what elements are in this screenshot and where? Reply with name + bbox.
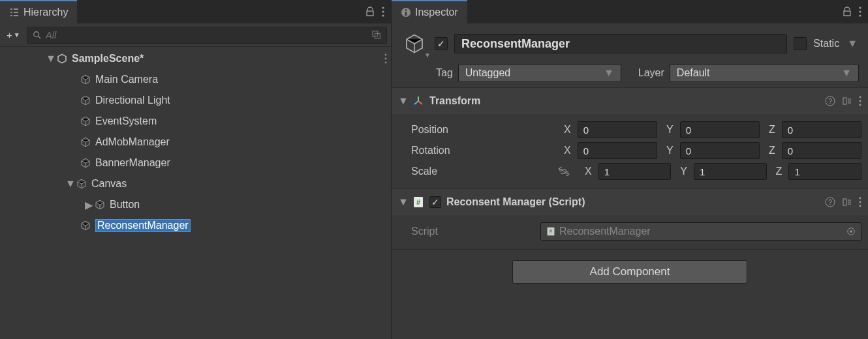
scale-y-input[interactable] — [694, 163, 767, 180]
kebab-icon[interactable] — [384, 53, 387, 64]
gameobject-cube-icon — [80, 157, 91, 169]
rotation-z-input[interactable] — [782, 142, 861, 159]
add-component-button[interactable]: Add Component — [512, 260, 747, 284]
hierarchy-search[interactable] — [27, 27, 387, 44]
gameobject-cube-icon — [80, 220, 91, 231]
rotation-label: Rotation — [398, 145, 555, 156]
hierarchy-toolbar: + ▼ — [0, 23, 391, 47]
expand-arrow-icon[interactable]: ▼ — [65, 178, 76, 190]
position-x-input[interactable] — [578, 121, 657, 138]
kebab-icon[interactable] — [382, 7, 384, 17]
inspector-tab[interactable]: Inspector — [392, 0, 467, 23]
scale-z-input[interactable] — [788, 163, 861, 180]
position-y-input[interactable] — [680, 121, 760, 138]
svg-point-0 — [382, 7, 384, 8]
expand-arrow-icon[interactable]: ▶ — [84, 199, 94, 211]
x-label: X — [578, 166, 596, 177]
inspector-header: ▼ ✓ Static ▼ Tag Untagged ▼ Layer Defaul… — [392, 23, 868, 88]
gameobject-cube-icon — [80, 95, 91, 106]
svg-point-19 — [860, 100, 861, 102]
tree-item-label: Canvas — [91, 178, 127, 190]
search-icon — [33, 31, 42, 40]
transform-icon — [412, 95, 424, 107]
scene-row[interactable]: ▼ SampleScene* — [0, 48, 391, 69]
rotation-y-input[interactable] — [680, 142, 760, 159]
tree-item-admobmanager[interactable]: AdMobManager — [0, 132, 391, 153]
svg-point-8 — [385, 62, 387, 64]
transform-component: ▼ Transform ? Position X Y Z — [392, 88, 868, 189]
svg-point-1 — [382, 10, 384, 12]
hierarchy-icon — [9, 7, 20, 18]
tree-item-label[interactable]: ReconsentManager — [95, 219, 191, 232]
scale-x-input[interactable] — [598, 163, 672, 180]
svg-point-28 — [860, 205, 861, 207]
create-button[interactable]: + ▼ — [4, 29, 23, 40]
svg-rect-25 — [843, 199, 846, 205]
help-icon[interactable]: ? — [825, 96, 835, 106]
tree-item-canvas[interactable]: ▼ Canvas — [0, 173, 391, 194]
expand-arrow-icon: ▼ — [398, 95, 407, 107]
layer-dropdown[interactable]: Default ▼ — [670, 64, 859, 82]
tree-item-label: Button — [110, 199, 140, 211]
script-enabled-checkbox[interactable]: ✓ — [429, 196, 441, 208]
csharp-script-icon: # — [546, 227, 555, 236]
svg-point-7 — [385, 58, 387, 60]
preset-icon[interactable] — [842, 96, 852, 106]
script-field-row: Script # ReconsentManager — [398, 220, 861, 243]
script-component-header[interactable]: ▼ # ✓ Reconsent Manager (Script) ? — [392, 189, 868, 215]
kebab-icon[interactable] — [859, 96, 861, 106]
chevron-down-icon: ▼ — [841, 67, 852, 79]
preset-icon[interactable] — [842, 197, 852, 207]
lock-icon[interactable] — [365, 7, 375, 17]
add-component-area: Add Component — [392, 250, 868, 294]
kebab-icon[interactable] — [859, 7, 861, 17]
svg-point-13 — [859, 10, 861, 12]
expand-arrow-icon[interactable]: ▼ — [46, 53, 56, 65]
script-value: ReconsentManager — [559, 226, 651, 237]
hierarchy-tab[interactable]: Hierarchy — [0, 0, 77, 23]
script-object-field[interactable]: # ReconsentManager — [540, 222, 861, 241]
scale-row: Scale X Y Z — [398, 161, 861, 182]
layer-label: Layer — [638, 67, 664, 79]
help-icon[interactable]: ? — [825, 197, 835, 207]
tree-item-reconsentmanager[interactable]: ReconsentManager — [0, 215, 391, 236]
position-z-input[interactable] — [782, 121, 861, 138]
lock-icon[interactable] — [842, 7, 852, 17]
gameobject-icon-large[interactable]: ▼ — [401, 30, 428, 57]
hierarchy-search-input[interactable] — [46, 29, 368, 40]
tree-item-directional-light[interactable]: Directional Light — [0, 90, 391, 111]
rotation-x-input[interactable] — [578, 142, 657, 159]
chevron-down-icon[interactable]: ▼ — [846, 38, 859, 50]
svg-rect-17 — [843, 98, 846, 104]
position-label: Position — [398, 124, 555, 136]
tree-item-main-camera[interactable]: Main Camera — [0, 69, 391, 90]
link-scale-icon[interactable] — [557, 166, 570, 177]
object-picker-icon[interactable] — [846, 227, 856, 236]
tree-item-button[interactable]: ▶ Button — [0, 194, 391, 215]
tree-item-eventsystem[interactable]: EventSystem — [0, 111, 391, 132]
svg-point-14 — [859, 14, 861, 16]
kebab-icon[interactable] — [859, 197, 861, 207]
active-checkbox[interactable]: ✓ — [435, 37, 448, 50]
object-name-input[interactable] — [454, 34, 787, 53]
scene-label: SampleScene* — [72, 53, 144, 65]
tag-dropdown[interactable]: Untagged ▼ — [458, 64, 621, 82]
tag-value: Untagged — [465, 67, 510, 79]
svg-text:#: # — [550, 228, 553, 235]
svg-point-32 — [850, 230, 852, 233]
transform-header[interactable]: ▼ Transform ? — [392, 88, 868, 114]
static-checkbox[interactable] — [794, 37, 807, 50]
csharp-script-icon: # — [412, 196, 424, 208]
layer-value: Default — [677, 67, 710, 79]
gameobject-cube-icon — [80, 74, 91, 85]
svg-point-6 — [385, 54, 387, 56]
chevron-down-icon: ▼ — [424, 52, 431, 59]
tree-item-bannermanager[interactable]: BannerManager — [0, 153, 391, 173]
svg-text:?: ? — [828, 98, 832, 105]
tree-item-label: Main Camera — [95, 74, 158, 85]
svg-point-27 — [860, 201, 861, 203]
search-expand-icon[interactable] — [372, 31, 381, 40]
svg-point-18 — [860, 96, 861, 98]
tag-label: Tag — [436, 67, 453, 79]
svg-point-3 — [33, 31, 39, 37]
